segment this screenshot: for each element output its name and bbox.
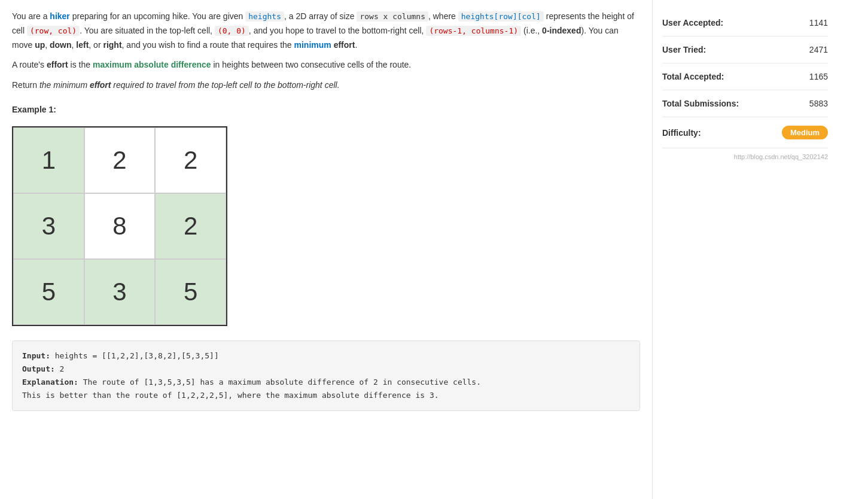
grid-row-1: 3 8 2 — [13, 193, 226, 259]
max-abs-diff: maximum absolute difference — [93, 60, 211, 69]
code-input-label: Input: — [22, 351, 50, 360]
grid-cell-0-0: 1 — [13, 127, 84, 193]
grid-cell-1-2: 2 — [155, 193, 226, 259]
rows-minus-1-code: (rows-1, columns-1) — [426, 26, 521, 36]
sidebar: User Accepted: 1141 User Tried: 2471 Tot… — [652, 0, 837, 499]
effort-bold: effort — [47, 60, 68, 69]
grid-row-2: 5 3 5 — [13, 259, 226, 325]
code-output-label: Output: — [22, 364, 55, 373]
grid-row-0: 1 2 2 — [13, 127, 226, 193]
heights-row-col-code: heights[row][col] — [458, 11, 544, 22]
down-word: down — [50, 40, 72, 50]
minimum-word: minimum — [294, 40, 331, 50]
stat-row-2: Total Accepted: 1165 — [662, 63, 828, 90]
return-italic: the minimum effort required to travel fr… — [39, 80, 340, 90]
zero-zero-code: (0, 0) — [215, 26, 249, 36]
stat-label-3: Total Submissions: — [662, 99, 739, 108]
example-title: Example 1: — [12, 105, 640, 114]
difficulty-label: Difficulty: — [662, 128, 701, 138]
grid-cell-0-2: 2 — [155, 127, 226, 193]
stat-label-1: User Tried: — [662, 45, 706, 54]
stat-label-2: Total Accepted: — [662, 72, 724, 81]
stat-row-3: Total Submissions: 5883 — [662, 90, 828, 117]
problem-description: You are a hiker preparing for an upcomin… — [12, 10, 640, 93]
effort-bold-italic: effort — [90, 80, 111, 90]
difficulty-badge: Medium — [782, 126, 828, 139]
difficulty-row: Difficulty: Medium — [662, 117, 828, 148]
stat-label-0: User Accepted: — [662, 18, 723, 28]
zero-indexed: 0-indexed — [542, 26, 581, 35]
stat-value-1: 2471 — [809, 45, 828, 54]
stat-row-0: User Accepted: 1141 — [662, 10, 828, 36]
url-hint: http://blog.csdn.net/qq_3202142 — [662, 153, 828, 160]
route-paragraph: A route's effort is the maximum absolute… — [12, 58, 640, 72]
grid-cell-2-2: 5 — [155, 259, 226, 325]
hiker-link[interactable]: hiker — [50, 11, 69, 21]
row-col-code: (row, col) — [27, 26, 80, 36]
grid-container: 1 2 2 3 8 2 5 3 5 — [12, 126, 227, 326]
code-explanation-label: Explanation: — [22, 378, 78, 387]
heights-code: heights — [245, 11, 284, 22]
grid-cell-2-0: 5 — [13, 259, 84, 325]
stat-value-0: 1141 — [809, 18, 828, 28]
stat-row-1: User Tried: 2471 — [662, 36, 828, 63]
grid-cell-1-1: 8 — [84, 193, 156, 259]
effort-word: effort — [334, 40, 355, 50]
right-word: right — [103, 40, 121, 50]
left-word: left — [76, 40, 89, 50]
main-content: You are a hiker preparing for an upcomin… — [0, 0, 652, 499]
up-word: up — [35, 40, 45, 50]
grid-cell-2-1: 3 — [84, 259, 156, 325]
return-paragraph: Return the minimum effort required to tr… — [12, 78, 640, 93]
stat-value-2: 1165 — [809, 72, 828, 81]
rows-cols-code: rows x columns — [357, 11, 428, 22]
grid-cell-1-0: 3 — [13, 193, 84, 259]
stat-value-3: 5883 — [809, 99, 828, 108]
code-block: Input: heights = [[1,2,2],[3,8,2],[5,3,5… — [12, 340, 640, 411]
intro-paragraph: You are a hiker preparing for an upcomin… — [12, 10, 640, 52]
grid-cell-0-1: 2 — [84, 127, 156, 193]
